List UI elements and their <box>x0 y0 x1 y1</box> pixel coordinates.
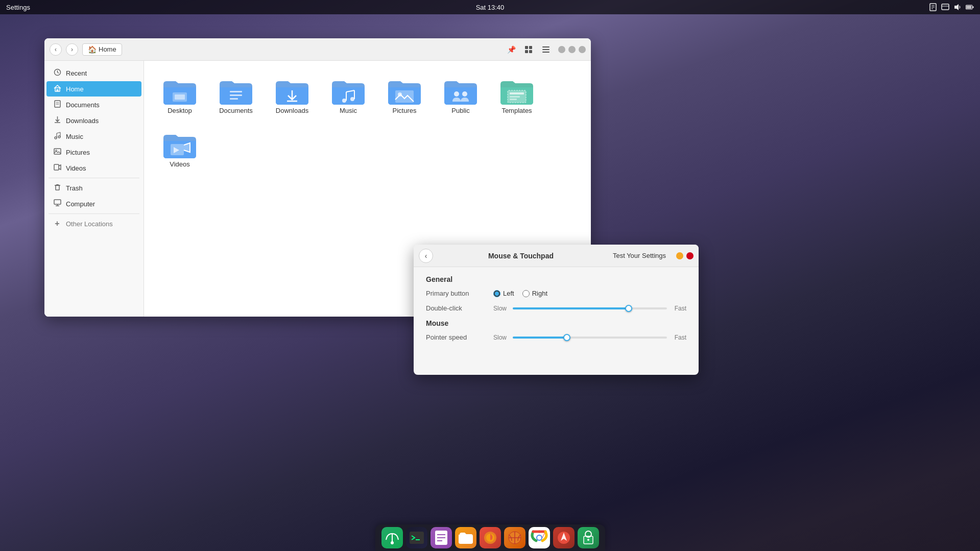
sidebar: Recent Home Documents D <box>44 61 144 317</box>
general-section-title: General <box>426 275 686 283</box>
svg-rect-33 <box>56 185 59 190</box>
double-click-slider-thumb[interactable] <box>625 305 632 312</box>
settings-minimize-button[interactable] <box>676 252 683 259</box>
toolbar-right: 📌 <box>504 42 586 57</box>
folder-public-label: Public <box>451 107 469 114</box>
sidebar-item-trash[interactable]: Trash <box>46 180 141 196</box>
sidebar-divider-2 <box>49 213 139 214</box>
svg-rect-41 <box>175 94 185 100</box>
sidebar-item-music[interactable]: Music <box>46 129 141 144</box>
dock-notes[interactable] <box>431 527 452 548</box>
sidebar-item-recent[interactable]: Recent <box>46 65 141 81</box>
browser-topbar-icon[interactable] <box>941 3 949 11</box>
trash-icon <box>53 183 62 193</box>
dock-firefox[interactable] <box>480 527 501 548</box>
notes-topbar-icon[interactable] <box>929 3 937 11</box>
dock-pulseaudio[interactable] <box>381 527 403 548</box>
dock-files[interactable] <box>455 527 476 548</box>
location-bar[interactable]: 🏠 Home <box>82 43 122 56</box>
music-icon <box>53 132 62 141</box>
home-icon <box>53 84 62 93</box>
primary-button-options: Left Right <box>493 290 547 297</box>
sidebar-item-videos[interactable]: Videos <box>46 160 141 176</box>
folder-documents[interactable]: Documents <box>210 71 261 119</box>
dock-keepassxc[interactable] <box>578 527 599 548</box>
volume-topbar-icon[interactable] <box>953 3 962 11</box>
sidebar-item-documents[interactable]: Documents <box>46 97 141 112</box>
sidebar-divider-1 <box>49 178 139 178</box>
sidebar-item-home[interactable]: Home <box>46 81 141 97</box>
right-radio-label: Right <box>532 290 547 297</box>
left-radio-input[interactable] <box>493 290 500 297</box>
dock-chrome[interactable] <box>529 527 550 548</box>
mouse-section-title: Mouse <box>426 319 686 327</box>
folder-music[interactable]: Music <box>323 71 374 119</box>
back-button[interactable]: ‹ <box>50 43 62 56</box>
topbar: Settings Sat 13:40 <box>0 0 980 14</box>
svg-rect-19 <box>56 89 58 91</box>
trash-label: Trash <box>66 184 83 192</box>
folder-videos[interactable]: Videos <box>154 125 205 173</box>
file-manager-titlebar: ‹ › 🏠 Home 📌 <box>44 38 591 61</box>
test-your-settings-button[interactable]: Test Your Settings <box>609 250 670 261</box>
maximize-button[interactable] <box>568 46 576 53</box>
sidebar-item-computer[interactable]: Computer <box>46 196 141 211</box>
svg-rect-9 <box>966 6 971 9</box>
folder-templates-label: Templates <box>501 107 532 114</box>
double-click-fast-label: Fast <box>671 305 686 312</box>
folder-grid: Desktop Documents <box>154 71 581 173</box>
folder-pictures-label: Pictures <box>393 107 417 114</box>
pointer-speed-slider-thumb[interactable] <box>563 334 570 341</box>
folder-pictures[interactable]: Pictures <box>379 71 430 119</box>
dock-basketball[interactable] <box>504 527 525 548</box>
topbar-datetime: Sat 13:40 <box>476 4 505 11</box>
svg-rect-44 <box>230 98 238 100</box>
settings-window-controls <box>676 252 694 259</box>
svg-rect-58 <box>510 96 520 98</box>
dock-krita[interactable] <box>553 527 575 548</box>
folder-templates[interactable]: Templates <box>491 71 542 119</box>
sidebar-item-other-locations[interactable]: + Other Locations <box>46 216 141 231</box>
folder-public[interactable]: Public <box>435 71 486 119</box>
svg-line-29 <box>57 132 60 133</box>
primary-button-label: Primary button <box>426 290 487 297</box>
settings-body: General Primary button Left Right Double… <box>414 267 699 356</box>
settings-window-title: Mouse & Touchpad <box>437 252 605 260</box>
grid-view-button[interactable] <box>521 42 536 57</box>
music-label: Music <box>66 133 83 140</box>
forward-button[interactable]: › <box>66 43 78 56</box>
svg-rect-16 <box>542 52 549 53</box>
pointer-speed-slider-track[interactable] <box>513 337 667 339</box>
sidebar-item-downloads[interactable]: Downloads <box>46 113 141 128</box>
right-radio-input[interactable] <box>522 290 530 297</box>
sidebar-item-pictures[interactable]: Pictures <box>46 145 141 160</box>
double-click-slider-track[interactable] <box>513 307 667 309</box>
right-radio-option[interactable]: Right <box>522 290 547 297</box>
svg-rect-15 <box>542 49 549 50</box>
pin-button[interactable]: 📌 <box>504 42 518 57</box>
settings-back-button[interactable]: ‹ <box>419 249 433 263</box>
minimize-button[interactable] <box>558 46 565 53</box>
pointer-speed-row: Pointer speed Slow Fast <box>426 333 686 341</box>
svg-rect-13 <box>529 50 532 53</box>
other-locations-label: Other Locations <box>66 220 113 228</box>
topbar-app-label: Settings <box>6 4 30 11</box>
taskbar-dock <box>375 524 605 551</box>
downloads-icon <box>53 116 62 125</box>
folder-desktop[interactable]: Desktop <box>154 71 205 119</box>
close-button[interactable] <box>579 46 586 53</box>
dock-terminal[interactable] <box>406 527 427 548</box>
svg-rect-4 <box>942 4 949 10</box>
list-view-button[interactable] <box>539 42 553 57</box>
settings-titlebar: ‹ Mouse & Touchpad Test Your Settings <box>414 245 699 267</box>
left-radio-option[interactable]: Left <box>493 290 514 297</box>
svg-point-47 <box>342 99 346 103</box>
battery-topbar-icon[interactable] <box>966 3 974 11</box>
pointer-speed-slider-fill <box>513 337 567 339</box>
folder-downloads[interactable]: Downloads <box>267 71 318 119</box>
svg-point-77 <box>537 536 541 540</box>
settings-close-button[interactable] <box>686 252 694 259</box>
computer-label: Computer <box>66 200 95 208</box>
svg-rect-37 <box>54 200 61 204</box>
svg-point-48 <box>350 97 354 101</box>
